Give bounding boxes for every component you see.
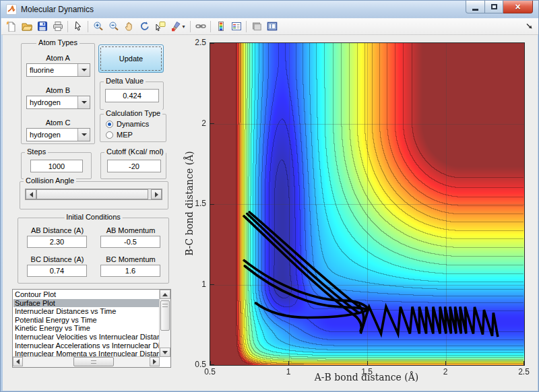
close-button[interactable]: ×	[503, 1, 533, 13]
pes-contour-plot[interactable]	[210, 42, 525, 366]
dock-figure-icon[interactable]	[524, 21, 535, 32]
radio-mep[interactable]: MEP	[106, 131, 133, 139]
update-button-label: Update	[119, 55, 143, 63]
insert-legend-icon	[231, 21, 242, 32]
titlebar[interactable]: Molecular Dynamics ×	[1, 1, 538, 18]
show-plot-tools-button[interactable]	[264, 20, 280, 34]
contour-surface-canvas[interactable]	[210, 43, 524, 365]
list-item[interactable]: Internuclear Velocities vs Internuclear …	[13, 333, 159, 341]
new-figure-button[interactable]	[3, 20, 19, 34]
calculation-type-panel: Calculation Type DynamicsMEP	[100, 114, 166, 142]
radio-label: MEP	[117, 131, 133, 139]
delta-value-field[interactable]	[105, 89, 159, 102]
toolbar-separator	[210, 21, 211, 32]
thumb-grip-icon	[91, 360, 96, 364]
y-tick-label: 2.5	[186, 38, 206, 47]
scroll-up-icon	[162, 293, 168, 296]
slider-right-arrow[interactable]	[151, 189, 162, 199]
thumb-grip-icon	[162, 304, 168, 307]
rotate-3d-button[interactable]	[137, 20, 152, 34]
atom-c-select[interactable]: hydrogen	[26, 128, 90, 141]
scroll-down-button[interactable]	[160, 348, 170, 357]
steps-field[interactable]	[30, 160, 83, 172]
brush-data-button[interactable]: ▾	[168, 20, 188, 34]
save-figure-button[interactable]	[34, 20, 50, 34]
list-item[interactable]: Internuclear Distances vs Time	[13, 307, 159, 316]
scroll-down-icon	[162, 351, 168, 354]
collision-angle-panel: Collision Angle	[20, 181, 168, 209]
vertical-scroll-thumb[interactable]	[160, 300, 170, 331]
selected-value: hydrogen	[27, 129, 77, 141]
scroll-right-button[interactable]	[150, 357, 160, 366]
dropdown-button[interactable]	[77, 64, 90, 76]
horizontal-scroll-thumb[interactable]	[73, 357, 114, 366]
brush-caret-icon: ▾	[182, 24, 185, 30]
calculation-type-title: Calculation Type	[104, 109, 162, 117]
dropdown-button[interactable]	[77, 96, 90, 108]
show-plot-tools-icon	[267, 21, 278, 32]
chevron-down-icon	[82, 101, 87, 104]
edit-plot-button[interactable]	[70, 20, 86, 34]
window-title: Molecular Dynamics	[21, 5, 94, 14]
list-item[interactable]: Potential Energy vs Time	[13, 316, 159, 325]
ab-distance-a--field[interactable]	[27, 236, 87, 248]
list-item[interactable]: Internuclear Accelerations vs Internucle…	[13, 341, 159, 350]
insert-legend-button[interactable]	[228, 20, 244, 34]
atom-b-label: Atom B	[22, 86, 94, 94]
minimize-button[interactable]	[466, 1, 485, 13]
maximize-button[interactable]	[485, 1, 503, 13]
list-item[interactable]: Contour Plot	[13, 290, 159, 299]
plot-type-listbox[interactable]: Contour PlotSurface PlotInternuclear Dis…	[12, 289, 171, 368]
list-item[interactable]: Surface Plot	[13, 299, 159, 308]
maximize-icon	[491, 4, 497, 9]
zoom-out-icon	[108, 21, 119, 32]
minimize-icon	[472, 9, 478, 11]
toolbar-separator	[88, 21, 88, 32]
scroll-up-button[interactable]	[160, 290, 170, 299]
insert-colorbar-icon	[216, 21, 226, 32]
figure-toolbar: ▾	[1, 18, 539, 35]
pan-button[interactable]	[121, 20, 137, 34]
save-figure-icon	[37, 21, 48, 32]
y-tick-label: 2	[186, 119, 206, 128]
figure-area: Atom Types Atom AfluorineAtom BhydrogenA…	[3, 35, 538, 391]
radio-dynamics[interactable]: Dynamics	[106, 120, 149, 128]
listbox-horizontal-scrollbar[interactable]	[13, 356, 160, 367]
update-button[interactable]: Update	[98, 44, 164, 73]
x-tick-label: 2.5	[518, 367, 530, 377]
window: Molecular Dynamics × ▾ Atom Types Atom A…	[0, 0, 539, 392]
dropdown-button[interactable]	[77, 129, 90, 141]
right-arrow-icon	[155, 192, 158, 197]
list-item[interactable]: Kinetic Energy vs Time	[13, 324, 159, 333]
delta-value-title: Delta Value	[104, 77, 146, 85]
pan-icon	[124, 21, 135, 32]
y-tick-label: 0.5	[186, 360, 206, 369]
data-cursor-button[interactable]	[152, 20, 168, 34]
bc-momentum-field[interactable]	[100, 265, 160, 277]
bc-distance-a--label: BC Distance (A)	[25, 255, 90, 263]
scroll-left-button[interactable]	[13, 357, 23, 366]
bc-distance-a--field[interactable]	[27, 265, 87, 277]
open-file-icon	[22, 21, 32, 32]
slider-thumb[interactable]	[36, 189, 148, 199]
hide-plot-tools-button[interactable]	[249, 20, 264, 34]
slider-left-arrow[interactable]	[26, 189, 36, 199]
listbox-vertical-scrollbar[interactable]	[159, 290, 170, 357]
collision-angle-title: Collision Angle	[24, 176, 76, 185]
radio-label: Dynamics	[117, 120, 149, 128]
brush-data-icon	[170, 21, 181, 32]
insert-colorbar-button[interactable]	[213, 20, 228, 34]
open-file-button[interactable]	[19, 20, 34, 34]
link-plots-button[interactable]	[193, 20, 208, 34]
zoom-out-button[interactable]	[106, 20, 121, 34]
atom-b-select[interactable]: hydrogen	[26, 96, 90, 109]
cutoff-field[interactable]	[107, 160, 161, 172]
print-figure-button[interactable]	[50, 20, 65, 34]
x-tick-label: 2	[443, 367, 448, 377]
left-arrow-icon	[30, 192, 33, 197]
cutoff-panel: Cutoff (Kcal/ mol)	[100, 152, 166, 179]
zoom-in-button[interactable]	[90, 20, 106, 34]
ab-momentum-field[interactable]	[100, 236, 160, 248]
collision-angle-slider[interactable]	[25, 189, 162, 200]
atom-a-select[interactable]: fluorine	[26, 63, 90, 77]
